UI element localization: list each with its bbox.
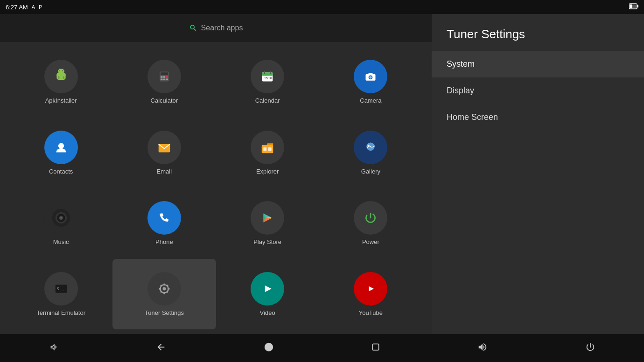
svg-rect-1 <box>637 5 638 7</box>
status-bar-left: 6:27 AM A P <box>6 4 42 11</box>
svg-rect-77 <box>372 344 378 350</box>
svg-rect-63 <box>163 283 165 285</box>
app-item-gallery[interactable]: Gallery <box>319 118 422 188</box>
main-area: Search apps <box>0 14 644 334</box>
svg-text:16: 16 <box>268 77 272 80</box>
app-item-camera[interactable]: Camera <box>319 47 422 118</box>
status-time: 6:27 AM <box>6 4 28 11</box>
app-item-terminal[interactable]: $ _ Terminal Emulator <box>9 259 112 330</box>
gallery-label: Gallery <box>361 168 380 175</box>
app-grid: ApkInstaller Calcula <box>0 42 432 334</box>
svg-rect-19 <box>163 76 165 78</box>
svg-rect-64 <box>163 292 165 294</box>
app-item-playstore[interactable]: Play Store <box>216 188 319 259</box>
calendar-icon: 15 16 <box>251 60 284 93</box>
email-icon <box>147 131 181 164</box>
svg-point-36 <box>58 143 64 148</box>
svg-rect-41 <box>263 147 266 151</box>
tunersettings-label: Tuner Settings <box>145 309 184 316</box>
power-nav-button[interactable] <box>578 338 603 358</box>
volume-up-button[interactable] <box>470 338 495 358</box>
svg-rect-65 <box>159 288 161 290</box>
camera-icon <box>354 60 387 93</box>
settings-panel: Tuner Settings System Display Home Scree… <box>432 14 644 334</box>
calendar-label: Calendar <box>255 97 280 104</box>
svg-rect-66 <box>168 288 169 290</box>
camera-label: Camera <box>360 97 381 104</box>
svg-rect-27 <box>262 74 273 76</box>
gallery-icon <box>354 131 387 164</box>
svg-rect-21 <box>161 79 162 81</box>
svg-point-76 <box>265 342 273 351</box>
tunersettings-icon <box>147 272 181 306</box>
search-bar[interactable]: Search apps <box>0 14 432 42</box>
settings-item-homescreen[interactable]: Home Screen <box>432 104 644 131</box>
status-bar: 6:27 AM A P <box>0 0 644 14</box>
music-icon <box>44 201 78 235</box>
calculator-icon <box>147 60 181 93</box>
music-label: Music <box>53 238 69 245</box>
app-item-music[interactable]: Music <box>9 188 112 259</box>
app-drawer: Search apps <box>0 14 432 334</box>
app-item-email[interactable]: Email <box>112 118 216 188</box>
video-icon <box>251 272 284 306</box>
app-item-power[interactable]: Power <box>319 188 422 259</box>
app-item-apkinstaller[interactable]: ApkInstaller <box>9 47 112 118</box>
svg-rect-14 <box>63 76 64 79</box>
volume-down-button[interactable] <box>41 338 66 358</box>
battery-icon <box>629 3 638 11</box>
status-icon-p: P <box>39 4 42 10</box>
svg-point-45 <box>368 145 370 146</box>
apkinstaller-label: ApkInstaller <box>45 97 77 104</box>
explorer-label: Explorer <box>256 168 279 175</box>
svg-rect-13 <box>58 76 60 79</box>
terminal-icon: $ _ <box>44 272 78 306</box>
search-icon <box>189 24 197 32</box>
svg-rect-17 <box>161 73 168 75</box>
status-icon-a: A <box>32 4 35 10</box>
app-item-calendar[interactable]: 15 16 Calendar <box>216 47 319 118</box>
back-button[interactable] <box>148 338 174 358</box>
svg-rect-22 <box>163 79 165 81</box>
app-item-video[interactable]: Video <box>216 259 319 330</box>
status-bar-right <box>629 3 638 11</box>
playstore-icon <box>251 201 284 235</box>
app-item-phone[interactable]: Phone <box>112 188 216 259</box>
home-button[interactable] <box>256 338 281 358</box>
app-item-explorer[interactable]: Explorer <box>216 118 319 188</box>
svg-point-62 <box>162 287 166 290</box>
nav-bar <box>0 334 644 362</box>
search-placeholder: Search apps <box>201 24 243 32</box>
calculator-label: Calculator <box>151 97 178 104</box>
settings-title: Tuner Settings <box>432 14 644 51</box>
svg-text:$ _: $ _ <box>56 286 64 291</box>
app-item-contacts[interactable]: Contacts <box>9 118 112 188</box>
contacts-icon <box>44 131 78 164</box>
svg-rect-20 <box>166 76 168 78</box>
svg-point-34 <box>370 76 372 78</box>
svg-rect-18 <box>161 76 162 78</box>
svg-point-8 <box>58 69 64 74</box>
svg-point-50 <box>60 217 62 219</box>
contacts-label: Contacts <box>49 168 73 175</box>
apkinstaller-icon <box>44 60 78 93</box>
svg-text:15: 15 <box>264 77 268 80</box>
explorer-icon <box>251 131 284 164</box>
video-label: Video <box>260 309 275 316</box>
email-label: Email <box>157 168 172 175</box>
power-icon <box>354 201 387 235</box>
recent-apps-button[interactable] <box>364 339 388 358</box>
app-item-youtube[interactable]: YouTube <box>319 259 422 330</box>
search-input-container[interactable]: Search apps <box>189 24 243 32</box>
svg-rect-23 <box>166 79 168 81</box>
youtube-icon <box>354 272 387 306</box>
svg-rect-3 <box>630 5 632 8</box>
settings-item-system[interactable]: System <box>432 51 644 77</box>
app-item-calculator[interactable]: Calculator <box>112 47 216 118</box>
phone-label: Phone <box>155 238 173 245</box>
app-item-tunersettings[interactable]: Tuner Settings <box>112 259 216 330</box>
youtube-label: YouTube <box>359 309 383 316</box>
settings-item-display[interactable]: Display <box>432 77 644 104</box>
playstore-label: Play Store <box>253 238 281 245</box>
svg-point-51 <box>155 209 174 227</box>
